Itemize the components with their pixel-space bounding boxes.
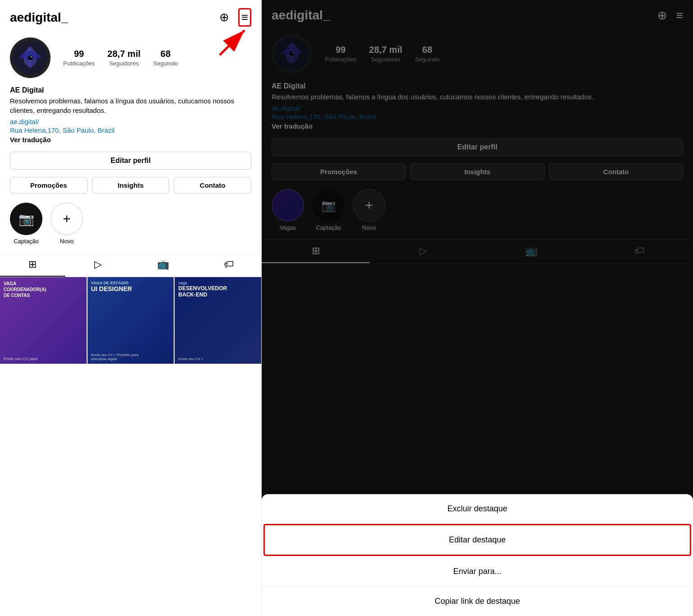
left-story-add-circle[interactable]: + bbox=[51, 203, 83, 235]
left-stats: 99 Publicações 28,7 mil Seguidores 68 Se… bbox=[63, 49, 178, 67]
left-header-icons: ⊕ ≡ bbox=[219, 8, 251, 27]
reel-icon: ▷ bbox=[94, 259, 102, 270]
context-menu: Excluir destaque Editar destaque Enviar … bbox=[262, 494, 693, 616]
left-stat-posts: 99 Publicações bbox=[63, 49, 95, 67]
post-cell-2[interactable]: VAGA DE ESTÁGIO UI DESIGNER Envie seu CV… bbox=[88, 277, 174, 364]
left-profile-section: 99 Publicações 28,7 mil Seguidores 68 Se… bbox=[0, 33, 261, 84]
plus-icon: + bbox=[63, 211, 71, 227]
svg-point-6 bbox=[31, 56, 32, 58]
post-cell-1[interactable]: VAGACOORDENADOR(A)DE CONTAS Envie seu CV… bbox=[0, 277, 87, 364]
left-story-novo[interactable]: + Novo bbox=[51, 203, 83, 245]
left-panel: aedigital_ ⊕ ≡ bbox=[0, 0, 262, 616]
left-bio-location: Rua Helena,170, São Paulo, Brazil bbox=[10, 126, 251, 134]
left-username: aedigital_ bbox=[10, 10, 68, 25]
left-tabs-row: ⊞ ▷ 📺 🏷 bbox=[0, 253, 261, 277]
menu-item-editar[interactable]: Editar destaque bbox=[263, 524, 691, 556]
left-bio-translate[interactable]: Ver tradução bbox=[10, 136, 251, 144]
left-header: aedigital_ ⊕ ≡ bbox=[0, 0, 261, 33]
left-story-novo-label: Novo bbox=[60, 238, 74, 245]
menu-item-excluir[interactable]: Excluir destaque bbox=[262, 494, 693, 524]
camera-icon: 📷 bbox=[18, 212, 34, 227]
left-stories-row: 📷 Captação + Novo bbox=[0, 197, 261, 250]
left-story-captacao-circle[interactable]: 📷 bbox=[10, 203, 42, 235]
add-post-icon[interactable]: ⊕ bbox=[219, 10, 229, 24]
left-action-buttons: Promoções Insights Contato bbox=[0, 173, 261, 197]
left-tab-reel[interactable]: ▷ bbox=[65, 253, 131, 277]
left-edit-perfil-button[interactable]: Editar perfil bbox=[10, 152, 251, 170]
menu-item-enviar[interactable]: Enviar para... bbox=[262, 557, 693, 587]
left-bio-link[interactable]: ae.digital/ bbox=[10, 118, 251, 125]
hamburger-icon-left[interactable]: ≡ bbox=[238, 8, 251, 27]
grid-icon: ⊞ bbox=[28, 259, 37, 270]
tv-icon: 📺 bbox=[157, 259, 169, 270]
left-posts-grid: VAGACOORDENADOR(A)DE CONTAS Envie seu CV… bbox=[0, 277, 261, 616]
left-avatar[interactable] bbox=[10, 37, 51, 78]
left-tab-grid[interactable]: ⊞ bbox=[0, 253, 65, 277]
left-stat-followers: 28,7 mil Seguidores bbox=[107, 49, 140, 67]
right-panel: aedigital_ ⊕ ≡ 99 Publicações bbox=[262, 0, 693, 616]
left-promocoes-button[interactable]: Promoções bbox=[10, 177, 88, 194]
left-contato-button[interactable]: Contato bbox=[174, 177, 251, 194]
menu-item-copiar[interactable]: Copiar link de destaque bbox=[262, 587, 693, 616]
left-story-captacao[interactable]: 📷 Captação bbox=[10, 203, 42, 245]
left-bio: AE Digital Resolvemos problemas, falamos… bbox=[0, 84, 261, 148]
tagged-icon: 🏷 bbox=[224, 259, 234, 270]
left-stat-following: 68 Seguindo bbox=[153, 49, 178, 67]
svg-point-5 bbox=[28, 56, 32, 60]
left-story-captacao-label: Captação bbox=[14, 238, 39, 245]
left-insights-button[interactable]: Insights bbox=[92, 177, 170, 194]
left-tab-tagged[interactable]: 🏷 bbox=[196, 253, 261, 277]
left-tab-tv[interactable]: 📺 bbox=[131, 253, 196, 277]
post-cell-3[interactable]: vaga DESENVOLVEDORBACK-END Envie seu CV … bbox=[175, 277, 261, 364]
